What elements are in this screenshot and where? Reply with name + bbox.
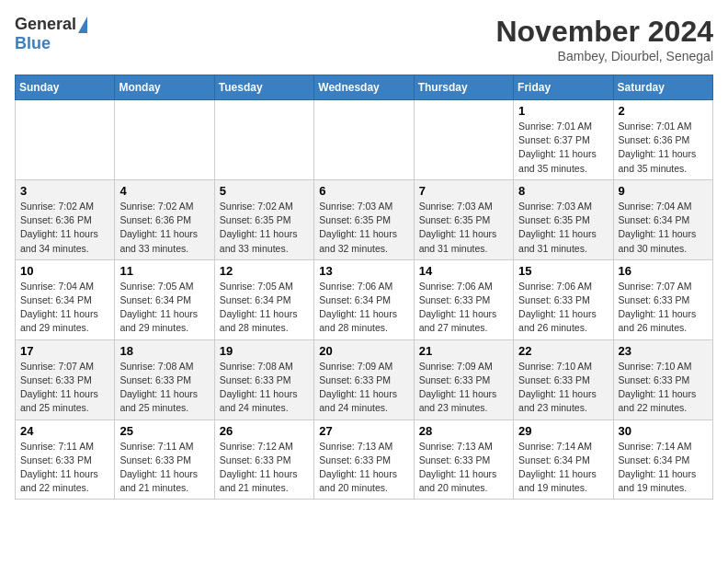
calendar-header-thursday: Thursday [414, 75, 513, 100]
day-info: Sunrise: 7:07 AMSunset: 6:33 PMDaylight:… [20, 360, 109, 416]
day-number: 30 [619, 424, 708, 438]
day-number: 25 [119, 424, 209, 438]
day-number: 26 [220, 424, 309, 438]
calendar-cell-2-6: 8Sunrise: 7:03 AMSunset: 6:35 PMDaylight… [514, 179, 613, 259]
calendar-cell-2-7: 9Sunrise: 7:04 AMSunset: 6:34 PMDaylight… [613, 179, 712, 259]
day-info: Sunrise: 7:09 AMSunset: 6:33 PMDaylight:… [419, 360, 508, 416]
calendar-table: SundayMondayTuesdayWednesdayThursdayFrid… [15, 75, 713, 500]
calendar-header-saturday: Saturday [613, 75, 712, 100]
calendar-header-wednesday: Wednesday [314, 75, 414, 100]
calendar-cell-1-3 [214, 100, 313, 180]
day-number: 23 [619, 344, 708, 358]
day-number: 27 [319, 424, 408, 438]
day-info: Sunrise: 7:04 AMSunset: 6:34 PMDaylight:… [619, 200, 708, 256]
day-number: 18 [119, 344, 209, 358]
day-number: 22 [518, 344, 608, 358]
calendar-week-3: 10Sunrise: 7:04 AMSunset: 6:34 PMDayligh… [16, 259, 713, 339]
day-info: Sunrise: 7:12 AMSunset: 6:33 PMDaylight:… [220, 440, 309, 496]
calendar-cell-2-1: 3Sunrise: 7:02 AMSunset: 6:36 PMDaylight… [16, 179, 115, 259]
day-info: Sunrise: 7:08 AMSunset: 6:33 PMDaylight:… [220, 360, 309, 416]
logo: General Blue [15, 15, 87, 53]
calendar-cell-4-4: 20Sunrise: 7:09 AMSunset: 6:33 PMDayligh… [314, 339, 414, 419]
day-info: Sunrise: 7:10 AMSunset: 6:33 PMDaylight:… [619, 360, 708, 416]
header: General Blue November 2024 Bambey, Diour… [15, 15, 713, 63]
logo-blue-text: Blue [15, 34, 51, 53]
calendar-cell-1-2 [115, 100, 214, 180]
day-info: Sunrise: 7:05 AMSunset: 6:34 PMDaylight:… [220, 280, 309, 336]
calendar-header-tuesday: Tuesday [214, 75, 313, 100]
day-info: Sunrise: 7:07 AMSunset: 6:33 PMDaylight:… [619, 280, 708, 336]
calendar-cell-5-5: 28Sunrise: 7:13 AMSunset: 6:33 PMDayligh… [414, 419, 513, 500]
day-info: Sunrise: 7:11 AMSunset: 6:33 PMDaylight:… [119, 440, 209, 496]
calendar-cell-1-6: 1Sunrise: 7:01 AMSunset: 6:37 PMDaylight… [514, 100, 613, 180]
calendar-week-5: 24Sunrise: 7:11 AMSunset: 6:33 PMDayligh… [16, 419, 713, 500]
calendar-cell-2-5: 7Sunrise: 7:03 AMSunset: 6:35 PMDaylight… [414, 179, 513, 259]
day-number: 3 [20, 184, 109, 198]
calendar-header-sunday: Sunday [16, 75, 115, 100]
calendar-cell-4-1: 17Sunrise: 7:07 AMSunset: 6:33 PMDayligh… [16, 339, 115, 419]
month-title: November 2024 [495, 15, 713, 49]
day-info: Sunrise: 7:11 AMSunset: 6:33 PMDaylight:… [20, 440, 109, 496]
calendar-cell-3-3: 12Sunrise: 7:05 AMSunset: 6:34 PMDayligh… [214, 259, 313, 339]
calendar-cell-3-7: 16Sunrise: 7:07 AMSunset: 6:33 PMDayligh… [613, 259, 712, 339]
calendar-cell-4-2: 18Sunrise: 7:08 AMSunset: 6:33 PMDayligh… [115, 339, 214, 419]
day-info: Sunrise: 7:13 AMSunset: 6:33 PMDaylight:… [319, 440, 408, 496]
day-number: 20 [319, 344, 408, 358]
day-info: Sunrise: 7:14 AMSunset: 6:34 PMDaylight:… [619, 440, 708, 496]
day-number: 24 [20, 424, 109, 438]
calendar-cell-4-6: 22Sunrise: 7:10 AMSunset: 6:33 PMDayligh… [514, 339, 613, 419]
day-info: Sunrise: 7:02 AMSunset: 6:35 PMDaylight:… [220, 200, 309, 256]
calendar-cell-5-3: 26Sunrise: 7:12 AMSunset: 6:33 PMDayligh… [214, 419, 313, 500]
calendar-cell-1-4 [314, 100, 414, 180]
logo-general-text: General [15, 15, 76, 34]
day-info: Sunrise: 7:04 AMSunset: 6:34 PMDaylight:… [20, 280, 109, 336]
title-area: November 2024 Bambey, Diourbel, Senegal [495, 15, 713, 63]
calendar-cell-5-1: 24Sunrise: 7:11 AMSunset: 6:33 PMDayligh… [16, 419, 115, 500]
calendar-cell-3-1: 10Sunrise: 7:04 AMSunset: 6:34 PMDayligh… [16, 259, 115, 339]
day-number: 4 [119, 184, 209, 198]
day-info: Sunrise: 7:03 AMSunset: 6:35 PMDaylight:… [319, 200, 408, 256]
day-info: Sunrise: 7:05 AMSunset: 6:34 PMDaylight:… [119, 280, 209, 336]
day-info: Sunrise: 7:03 AMSunset: 6:35 PMDaylight:… [419, 200, 508, 256]
calendar-cell-4-5: 21Sunrise: 7:09 AMSunset: 6:33 PMDayligh… [414, 339, 513, 419]
calendar-header-row: SundayMondayTuesdayWednesdayThursdayFrid… [16, 75, 713, 100]
day-number: 29 [518, 424, 608, 438]
calendar-week-1: 1Sunrise: 7:01 AMSunset: 6:37 PMDaylight… [16, 100, 713, 180]
day-number: 28 [419, 424, 508, 438]
day-number: 16 [619, 264, 708, 278]
calendar-cell-2-3: 5Sunrise: 7:02 AMSunset: 6:35 PMDaylight… [214, 179, 313, 259]
calendar-cell-2-2: 4Sunrise: 7:02 AMSunset: 6:36 PMDaylight… [115, 179, 214, 259]
calendar-cell-4-3: 19Sunrise: 7:08 AMSunset: 6:33 PMDayligh… [214, 339, 313, 419]
day-number: 8 [518, 184, 608, 198]
calendar-week-4: 17Sunrise: 7:07 AMSunset: 6:33 PMDayligh… [16, 339, 713, 419]
day-number: 10 [20, 264, 109, 278]
day-info: Sunrise: 7:03 AMSunset: 6:35 PMDaylight:… [518, 200, 608, 256]
calendar-header-monday: Monday [115, 75, 214, 100]
day-number: 21 [419, 344, 508, 358]
day-number: 14 [419, 264, 508, 278]
calendar-cell-3-5: 14Sunrise: 7:06 AMSunset: 6:33 PMDayligh… [414, 259, 513, 339]
logo-triangle-icon [78, 17, 87, 33]
calendar-cell-5-6: 29Sunrise: 7:14 AMSunset: 6:34 PMDayligh… [514, 419, 613, 500]
day-number: 5 [220, 184, 309, 198]
day-info: Sunrise: 7:01 AMSunset: 6:37 PMDaylight:… [518, 120, 608, 176]
calendar-cell-3-2: 11Sunrise: 7:05 AMSunset: 6:34 PMDayligh… [115, 259, 214, 339]
day-info: Sunrise: 7:01 AMSunset: 6:36 PMDaylight:… [619, 120, 708, 176]
day-number: 1 [518, 104, 608, 118]
location-title: Bambey, Diourbel, Senegal [495, 49, 713, 63]
day-info: Sunrise: 7:02 AMSunset: 6:36 PMDaylight:… [20, 200, 109, 256]
day-info: Sunrise: 7:06 AMSunset: 6:33 PMDaylight:… [518, 280, 608, 336]
calendar-cell-3-4: 13Sunrise: 7:06 AMSunset: 6:34 PMDayligh… [314, 259, 414, 339]
day-number: 12 [220, 264, 309, 278]
calendar-cell-2-4: 6Sunrise: 7:03 AMSunset: 6:35 PMDaylight… [314, 179, 414, 259]
day-number: 11 [119, 264, 209, 278]
calendar-cell-1-5 [414, 100, 513, 180]
day-number: 7 [419, 184, 508, 198]
day-number: 13 [319, 264, 408, 278]
calendar-cell-4-7: 23Sunrise: 7:10 AMSunset: 6:33 PMDayligh… [613, 339, 712, 419]
calendar-cell-3-6: 15Sunrise: 7:06 AMSunset: 6:33 PMDayligh… [514, 259, 613, 339]
day-number: 2 [619, 104, 708, 118]
day-number: 15 [518, 264, 608, 278]
day-info: Sunrise: 7:02 AMSunset: 6:36 PMDaylight:… [119, 200, 209, 256]
calendar-cell-5-2: 25Sunrise: 7:11 AMSunset: 6:33 PMDayligh… [115, 419, 214, 500]
